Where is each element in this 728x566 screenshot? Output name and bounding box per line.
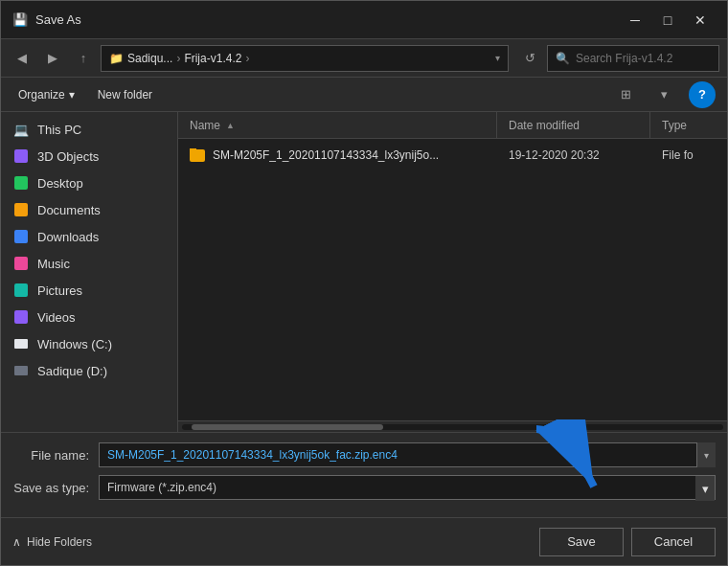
search-icon: 🔍	[556, 52, 570, 65]
file-list: SM-M205F_1_20201107143334_lx3ynij5o... 1…	[178, 139, 727, 420]
sidebar-label-3dobjects: 3D Objects	[37, 149, 99, 164]
file-name-text: SM-M205F_1_20201107143334_lx3ynij5o...	[213, 148, 439, 162]
scroll-thumb	[192, 424, 383, 430]
windows-drive-icon	[12, 335, 30, 352]
file-header: Name ▲ Date modified Type	[178, 112, 727, 139]
file-cell-date: 19-12-2020 20:32	[497, 148, 650, 162]
hide-folders-arrow: ∧	[12, 535, 21, 549]
close-button[interactable]: ✕	[685, 5, 716, 35]
pictures-icon	[12, 282, 30, 299]
minimize-button[interactable]: ─	[620, 5, 650, 35]
filetype-value: Firmware (*.zip.enc4)	[107, 481, 707, 494]
music-icon	[12, 255, 30, 272]
bottom-form: File name: ▾ Save as type: Firmware (*.z…	[1, 432, 727, 517]
file-cell-name: SM-M205F_1_20201107143334_lx3ynij5o...	[178, 148, 497, 162]
search-box[interactable]: 🔍	[547, 45, 719, 72]
sidebar-label-sadique-d: Sadique (D:)	[37, 364, 107, 378]
title-bar: 💾 Save As ─ □ ✕	[1, 1, 727, 39]
filetype-select[interactable]: Firmware (*.zip.enc4) ▾	[99, 475, 716, 500]
forward-button[interactable]: ▶	[39, 45, 66, 72]
filetype-row: Save as type: Firmware (*.zip.enc4) ▾	[12, 475, 716, 500]
folder-icon: 📁	[109, 52, 124, 65]
organize-chevron: ▾	[69, 88, 75, 102]
new-folder-label: New folder	[98, 88, 152, 102]
sidebar-item-windows-c[interactable]: Windows (C:)	[1, 330, 177, 357]
filetype-dropdown-arrow[interactable]: ▾	[695, 476, 715, 501]
sidebar-item-downloads[interactable]: Downloads	[1, 223, 177, 250]
back-button[interactable]: ◀	[9, 45, 35, 72]
sidebar-label-videos: Videos	[37, 310, 76, 325]
sort-icon: ▲	[226, 121, 235, 130]
help-button[interactable]: ?	[689, 81, 716, 108]
sidebar-item-sadique-d[interactable]: Sadique (D:)	[1, 357, 177, 384]
hide-folders-label: Hide Folders	[27, 535, 92, 549]
sidebar-label-desktop: Desktop	[37, 176, 83, 191]
table-row[interactable]: SM-M205F_1_20201107143334_lx3ynij5o... 1…	[178, 143, 727, 168]
sidebar-item-videos[interactable]: Videos	[1, 304, 177, 330]
filetype-label: Save as type:	[12, 481, 99, 495]
maximize-button[interactable]: □	[652, 5, 683, 35]
dialog-icon: 💾	[12, 12, 28, 28]
filename-label: File name:	[12, 448, 99, 463]
3dobjects-icon	[12, 147, 30, 165]
documents-icon	[12, 201, 30, 218]
view-button[interactable]: ⊞	[612, 81, 639, 108]
address-part2: Frija-v1.4.2	[184, 52, 241, 65]
filename-input[interactable]	[99, 442, 716, 467]
thispc-icon: 💻	[12, 121, 30, 138]
filename-dropdown-button[interactable]: ▾	[696, 442, 716, 467]
sidebar-item-documents[interactable]: Documents	[1, 196, 177, 223]
filename-input-wrapper: ▾	[99, 442, 716, 467]
action-bar: Organize ▾ New folder ⊞ ▾ ?	[1, 78, 727, 112]
toolbar: ◀ ▶ ↑ 📁 Sadiqu... › Frija-v1.4.2 › ▾ ↺ 🔍	[1, 39, 727, 78]
window-controls: ─ □ ✕	[620, 5, 716, 35]
date-col-label: Date modified	[509, 119, 580, 132]
sidebar-label-music: Music	[37, 257, 70, 271]
address-dropdown-arrow[interactable]: ▾	[495, 53, 500, 63]
organize-button[interactable]: Organize ▾	[12, 84, 80, 105]
column-name[interactable]: Name ▲	[178, 112, 497, 138]
file-area: Name ▲ Date modified Type SM	[178, 112, 727, 432]
save-button[interactable]: Save	[539, 528, 624, 556]
view-icon: ⊞	[621, 87, 631, 102]
scroll-track	[182, 424, 723, 430]
videos-icon	[12, 308, 30, 326]
sidebar: 💻 This PC 3D Objects Desktop	[1, 112, 178, 432]
desktop-icon	[12, 174, 30, 192]
new-folder-button[interactable]: New folder	[92, 84, 158, 105]
column-type[interactable]: Type	[650, 112, 727, 138]
footer: ∧ Hide Folders Save Cancel	[1, 517, 727, 565]
usb-drive-icon	[12, 362, 30, 379]
horizontal-scrollbar[interactable]	[178, 420, 727, 432]
organize-label: Organize	[18, 88, 65, 102]
name-col-label: Name	[190, 119, 220, 132]
sidebar-item-music[interactable]: Music	[1, 250, 177, 277]
sidebar-label-pictures: Pictures	[37, 283, 82, 298]
sidebar-label-documents: Documents	[37, 203, 101, 217]
sidebar-item-pictures[interactable]: Pictures	[1, 277, 177, 304]
sidebar-label-thispc: This PC	[37, 123, 81, 137]
sidebar-item-thispc[interactable]: 💻 This PC	[1, 116, 177, 143]
main-content: 💻 This PC 3D Objects Desktop	[1, 112, 727, 432]
refresh-button[interactable]: ↺	[516, 45, 543, 72]
address-bar[interactable]: 📁 Sadiqu... › Frija-v1.4.2 › ▾	[101, 45, 509, 72]
address-sep1: ›	[176, 52, 180, 65]
cancel-button[interactable]: Cancel	[631, 528, 716, 556]
filename-row: File name: ▾	[12, 442, 716, 467]
search-input[interactable]	[576, 52, 711, 65]
column-date[interactable]: Date modified	[497, 112, 650, 138]
downloads-icon	[12, 228, 30, 245]
sidebar-item-3dobjects[interactable]: 3D Objects	[1, 143, 177, 170]
dialog-title: Save As	[35, 12, 620, 27]
type-col-label: Type	[662, 119, 687, 132]
view-dropdown-button[interactable]: ▾	[650, 81, 677, 108]
folder-icon	[190, 149, 205, 162]
hide-folders-button[interactable]: ∧ Hide Folders	[12, 535, 92, 549]
sidebar-label-downloads: Downloads	[37, 230, 99, 244]
up-button[interactable]: ↑	[70, 45, 97, 72]
file-cell-type: File fo	[650, 148, 727, 162]
sidebar-label-windows-c: Windows (C:)	[37, 337, 112, 351]
address-part1: Sadiqu...	[127, 52, 172, 65]
sidebar-item-desktop[interactable]: Desktop	[1, 170, 177, 196]
address-sep2: ›	[245, 52, 249, 65]
